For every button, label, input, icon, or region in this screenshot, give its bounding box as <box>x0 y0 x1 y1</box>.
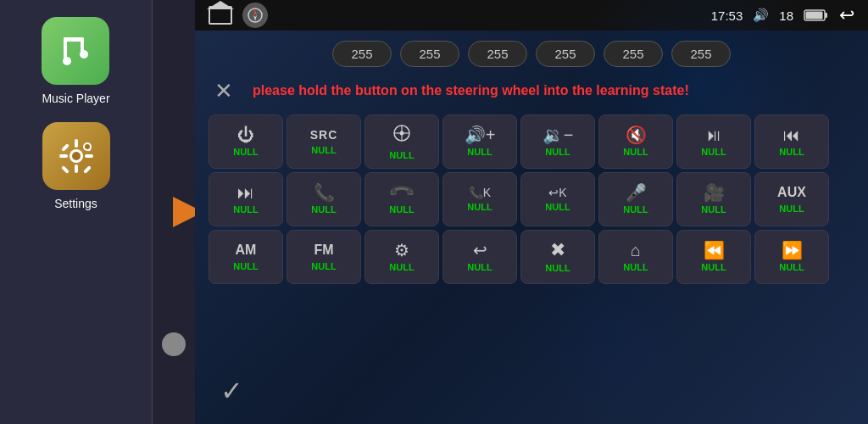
answer-k-icon: 📞K <box>469 187 491 198</box>
music-player-icon-box <box>42 17 109 85</box>
music-player-app[interactable]: Music Player <box>42 17 109 105</box>
mute-null-label: NULL <box>623 147 648 157</box>
svg-rect-11 <box>61 143 70 152</box>
back-button[interactable]: ↩ NULL <box>442 230 517 284</box>
vol-up-button[interactable]: 🔊+ NULL <box>442 114 517 169</box>
am-icon: AM <box>236 243 257 258</box>
grid-row-3: AM NULL FM NULL ⚙ NULL ↩ NULL ✖ NULL <box>209 230 854 284</box>
camera-null-label: NULL <box>701 204 726 215</box>
gps-icon <box>392 123 412 147</box>
pill-3[interactable]: 255 <box>468 41 527 67</box>
next-track-null-label: NULL <box>233 204 258 215</box>
power-icon: ⏻ <box>237 126 254 143</box>
call-button[interactable]: 📞 NULL <box>287 172 361 226</box>
gps-button[interactable]: NULL <box>364 114 439 169</box>
home-button[interactable]: ⌂ NULL <box>598 230 673 284</box>
settings-label: Settings <box>54 197 97 210</box>
eq-button[interactable]: ⚙ NULL <box>364 230 439 284</box>
mic-icon: 🎤 <box>626 184 647 201</box>
svg-rect-7 <box>75 139 78 148</box>
ff-null-label: NULL <box>779 262 804 272</box>
nav-circle-icon[interactable] <box>242 3 268 28</box>
fm-button[interactable]: FM NULL <box>287 230 361 284</box>
rewind-null-label: NULL <box>701 262 726 272</box>
src-null-label: NULL <box>311 145 336 155</box>
fast-forward-icon: ⏩ <box>782 242 803 259</box>
home-nav-icon: ⌂ <box>631 242 641 259</box>
sidebar: Music Player Se <box>0 0 153 424</box>
vol-down-icon: 🔉− <box>542 126 574 143</box>
prev-track-icon: ⏮ <box>783 126 800 143</box>
pill-4[interactable]: 255 <box>536 41 595 67</box>
music-note-icon <box>57 32 94 70</box>
mic-button[interactable]: 🎤 NULL <box>598 172 673 226</box>
svg-rect-10 <box>85 154 93 158</box>
rewind-button[interactable]: ⏪ NULL <box>676 230 751 284</box>
home-null-label: NULL <box>623 262 648 272</box>
svg-point-4 <box>80 50 88 59</box>
hangup-button[interactable]: 📞 NULL <box>364 172 439 226</box>
end-k-null-label: NULL <box>545 202 570 212</box>
controls-row: ✕ please hold the button on the steering… <box>209 75 854 106</box>
back-icon[interactable]: ↩ <box>839 4 854 26</box>
bluetooth-icon: ✖ <box>550 241 565 259</box>
back-null-label: NULL <box>467 262 492 272</box>
call-icon: 📞 <box>314 184 335 201</box>
content-area: 255 255 255 255 255 255 ✕ please hold th… <box>195 31 868 424</box>
volume-level: 18 <box>779 8 793 23</box>
call-null-label: NULL <box>311 204 336 215</box>
prev-track-button[interactable]: ⏮ NULL <box>754 114 829 169</box>
next-track-icon: ⏭ <box>237 184 254 201</box>
power-button[interactable]: ⏻ NULL <box>209 114 283 169</box>
scroll-circle[interactable] <box>162 332 186 356</box>
am-button[interactable]: AM NULL <box>209 230 283 284</box>
next-track-button[interactable]: ⏭ NULL <box>209 172 283 226</box>
mute-icon: 🔇 <box>626 126 647 143</box>
answer-k-button[interactable]: 📞K NULL <box>442 172 517 226</box>
end-k-icon: ↩K <box>548 187 566 198</box>
settings-icon-box <box>42 122 110 190</box>
pill-5[interactable]: 255 <box>604 41 663 67</box>
fast-forward-button[interactable]: ⏩ NULL <box>754 230 829 284</box>
status-right: 17:53 🔊 18 ↩ <box>711 4 854 26</box>
battery-svg-icon <box>804 8 829 22</box>
svg-point-16 <box>85 144 90 149</box>
src-button[interactable]: SRC NULL <box>287 114 361 169</box>
home-status-icon[interactable] <box>209 6 232 25</box>
play-pause-button[interactable]: ⏯ NULL <box>676 114 751 169</box>
aux-button[interactable]: AUX NULL <box>754 172 829 226</box>
bt-null-label: NULL <box>545 263 570 273</box>
cancel-x-button[interactable]: ✕ <box>209 75 239 106</box>
back-nav-icon: ↩ <box>473 242 487 259</box>
gps-null-label: NULL <box>389 150 414 160</box>
svg-point-3 <box>63 57 71 65</box>
settings-gear-icon <box>55 135 97 177</box>
end-k-button[interactable]: ↩K NULL <box>520 172 595 226</box>
vol-down-null-label: NULL <box>545 147 570 157</box>
pill-1[interactable]: 255 <box>332 41 392 67</box>
grid-row-1: ⏻ NULL SRC NULL <box>209 114 854 169</box>
instruction-message: please hold the button on the steering w… <box>253 83 689 98</box>
camera-button[interactable]: 🎥 NULL <box>676 172 751 226</box>
vol-up-null-label: NULL <box>467 147 492 157</box>
svg-rect-22 <box>825 13 827 18</box>
pill-2[interactable]: 255 <box>400 41 459 67</box>
camera-icon: 🎥 <box>704 184 725 201</box>
eq-icon: ⚙ <box>394 242 409 259</box>
src-icon: SRC <box>310 128 338 142</box>
confirm-check-button[interactable]: ✓ <box>220 375 243 407</box>
pill-6[interactable]: 255 <box>671 41 731 67</box>
bluetooth-button[interactable]: ✖ NULL <box>520 230 595 284</box>
music-player-label: Music Player <box>42 92 109 105</box>
svg-point-6 <box>72 152 81 160</box>
battery-icon <box>804 8 829 22</box>
status-bar: 17:53 🔊 18 ↩ <box>195 0 868 31</box>
eq-null-label: NULL <box>389 262 414 272</box>
settings-app[interactable]: Settings <box>42 122 110 210</box>
hangup-icon: 📞 <box>388 179 415 206</box>
status-left <box>209 3 268 28</box>
vol-down-button[interactable]: 🔉− NULL <box>520 114 595 169</box>
mute-button[interactable]: 🔇 NULL <box>598 114 673 169</box>
volume-icon: 🔊 <box>753 8 769 23</box>
svg-marker-19 <box>253 15 257 21</box>
